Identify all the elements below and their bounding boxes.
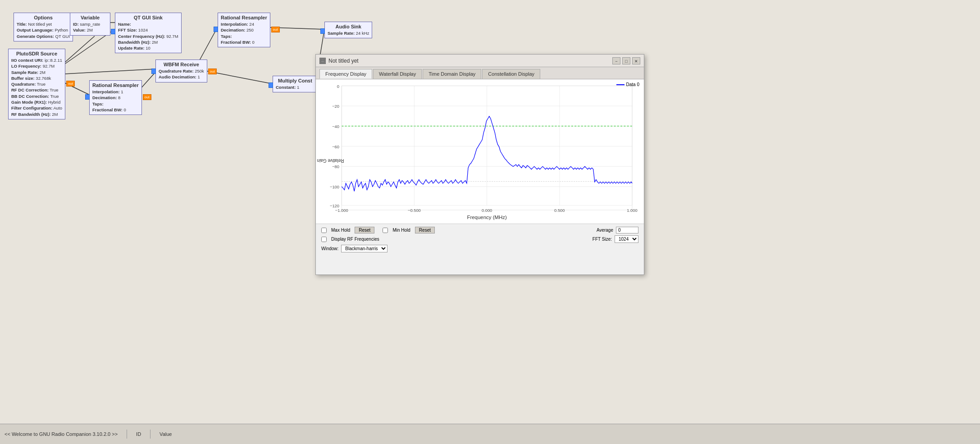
average-label: Average: [597, 228, 613, 233]
svg-text:0: 0: [337, 84, 339, 89]
min-hold-label: Min Hold: [392, 228, 410, 233]
min-hold-checkbox[interactable]: [383, 228, 388, 233]
gr-tabs: Frequency Display Waterfall Display Time…: [316, 67, 644, 79]
audio-sink-block[interactable]: Audio Sink Sample Rate: 24 kHz: [324, 22, 372, 38]
min-hold-reset-button[interactable]: Reset: [415, 227, 435, 233]
rational-resampler-top-port-in: [214, 27, 218, 32]
rational-resampler-top-title: Rational Resampler: [221, 15, 267, 20]
max-hold-checkbox[interactable]: [321, 228, 327, 233]
wbfm-port-out: out: [208, 69, 217, 74]
svg-text:−1.000: −1.000: [335, 208, 348, 213]
svg-text:−20: −20: [332, 104, 339, 109]
legend-color: [616, 84, 624, 85]
fft-size-section: FFT Size: 1024 512 2048: [593, 235, 638, 243]
wbfm-title: WBFM Receive: [159, 62, 204, 67]
gr-titlebar: Not titled yet − □ ✕: [316, 55, 644, 67]
status-value-label: Value: [160, 431, 172, 437]
multiply-const-port-in: [269, 82, 273, 88]
multiply-const-block[interactable]: Multiply Const Constant: 1 out: [273, 76, 318, 92]
display-rf-label: Display RF Frequencies: [331, 237, 379, 242]
rational-resampler-bottom-port-in: [85, 94, 90, 100]
rational-resampler-bottom-port-out: out: [143, 94, 151, 100]
plot-legend: Data 0: [616, 82, 639, 87]
plot-svg: 0 −20 −40 −60 −80 −100: [316, 79, 644, 224]
gr-controls-row1: Max Hold Reset Min Hold Reset Average: [321, 227, 638, 233]
svg-text:Frequency (MHz): Frequency (MHz): [467, 215, 507, 220]
gr-window: Not titled yet − □ ✕ Frequency Display W…: [315, 54, 644, 275]
rational-resampler-top-block[interactable]: Rational Resampler Interpolation: 24 Dec…: [218, 13, 270, 47]
main-canvas: Options Title: Not titled yet Output Lan…: [0, 0, 980, 424]
gr-controls: Max Hold Reset Min Hold Reset Average Di…: [316, 224, 644, 255]
variable-title: Variable: [73, 15, 107, 20]
window-label: Window:: [321, 246, 338, 251]
average-section: Average: [597, 227, 638, 233]
audio-sink-port-in: [320, 28, 325, 34]
options-title: Options: [17, 15, 70, 20]
options-field-1: Output Language: Python: [17, 27, 70, 33]
plot-area: Data 0 Relative Gain (dB) 0 −20 −40: [316, 79, 644, 224]
variable-block[interactable]: Variable ID: samp_rate Value: 2M: [70, 13, 110, 36]
svg-text:0.000: 0.000: [482, 208, 492, 213]
average-spinbox[interactable]: [616, 227, 638, 233]
gr-window-icon: [319, 58, 326, 64]
gr-window-title: Not titled yet: [328, 58, 359, 64]
options-block[interactable]: Options Title: Not titled yet Output Lan…: [14, 13, 73, 41]
audio-sink-title: Audio Sink: [328, 24, 369, 29]
tab-waterfall-display[interactable]: Waterfall Display: [373, 69, 422, 79]
svg-line-7: [196, 69, 273, 84]
pluto-sdr-title: PlutoSDR Source: [11, 51, 62, 56]
y-axis-title: Relative Gain (dB): [316, 156, 319, 165]
wbfm-block[interactable]: WBFM Receive Quadrature Rate: 250k Audio…: [155, 60, 207, 82]
svg-text:0.500: 0.500: [554, 208, 565, 213]
tab-constellation-display[interactable]: Constellation Display: [482, 69, 540, 79]
legend-label: Data 0: [626, 82, 639, 87]
svg-text:−60: −60: [332, 145, 339, 149]
svg-text:1.000: 1.000: [627, 208, 637, 213]
max-hold-label: Max Hold: [331, 228, 350, 233]
svg-rect-11: [321, 59, 324, 63]
pluto-sdr-block[interactable]: PlutoSDR Source IIO context URI: ip::8.2…: [8, 49, 65, 119]
gr-title-left: Not titled yet: [319, 58, 359, 64]
svg-text:−100: −100: [330, 185, 339, 189]
fft-size-label: FFT Size:: [593, 237, 612, 242]
gr-minimize-button[interactable]: −: [612, 57, 620, 64]
fft-size-select[interactable]: 1024 512 2048: [615, 235, 638, 243]
variable-field-0: ID: samp_rate: [73, 21, 107, 27]
max-hold-reset-button[interactable]: Reset: [355, 227, 374, 233]
status-welcome: << Welcome to GNU Radio Companion 3.10.2…: [5, 431, 118, 437]
gr-controls-row3: Window: Blackman-harris Hamming Hanning …: [321, 245, 638, 252]
multiply-const-title: Multiply Const: [276, 78, 315, 83]
status-bar: << Welcome to GNU Radio Companion 3.10.2…: [0, 424, 980, 444]
window-select[interactable]: Blackman-harris Hamming Hanning Flat Top…: [341, 245, 387, 252]
variable-field-1: Value: 2M: [73, 27, 107, 33]
rational-resampler-bottom-block[interactable]: Rational Resampler Interpolation: 1 Deci…: [89, 80, 142, 115]
status-id-label: ID: [136, 431, 141, 437]
rational-resampler-top-port-out: out: [271, 27, 280, 32]
svg-text:−0.500: −0.500: [408, 208, 421, 213]
svg-line-3: [56, 69, 155, 74]
pluto-sdr-port-out: out: [66, 81, 75, 87]
gr-maximize-button[interactable]: □: [622, 57, 630, 64]
status-divider-2: [150, 430, 150, 439]
qt-gui-sink-block[interactable]: QT GUI Sink Name: FFT Size: 1024 Center …: [115, 13, 182, 53]
svg-text:−120: −120: [330, 204, 339, 208]
qt-gui-sink-title: QT GUI Sink: [118, 15, 178, 20]
svg-text:−80: −80: [332, 165, 339, 169]
status-divider-1: [127, 430, 127, 439]
gr-window-controls: − □ ✕: [612, 57, 640, 64]
options-field-0: Title: Not titled yet: [17, 21, 70, 27]
tab-time-domain-display[interactable]: Time Domain Display: [423, 69, 481, 79]
rational-resampler-bottom-title: Rational Resampler: [92, 82, 139, 88]
wbfm-port-in: [151, 69, 156, 74]
gr-close-button[interactable]: ✕: [632, 57, 640, 64]
svg-text:−40: −40: [332, 124, 339, 129]
options-field-2: Generate Options: QT GUI: [17, 33, 70, 39]
qt-gui-sink-port-in: [111, 29, 115, 34]
tab-frequency-display[interactable]: Frequency Display: [319, 69, 372, 79]
display-rf-checkbox[interactable]: [321, 237, 327, 242]
gr-controls-row2: Display RF Frequencies FFT Size: 1024 51…: [321, 235, 638, 243]
